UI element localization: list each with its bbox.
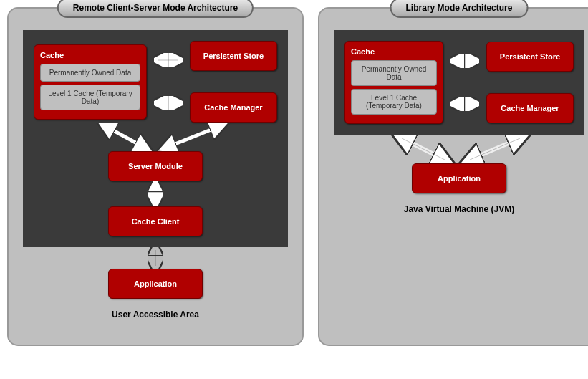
- remote-architecture-panel: Remote Client-Server Mode Architecture C…: [7, 7, 304, 346]
- double-arrow-icon: [450, 97, 479, 111]
- svg-line-13: [470, 138, 520, 160]
- converging-arrows-icon: [34, 123, 277, 151]
- panel-title: Remote Client-Server Mode Architecture: [57, 0, 254, 18]
- cache-sub-permanent: Permanently Owned Data: [351, 60, 437, 86]
- server-area: Cache Permanently Owned Data Level 1 Cac…: [23, 30, 288, 247]
- cache-sub-permanent: Permanently Owned Data: [40, 64, 140, 82]
- persistent-store-box: Persistent Store: [486, 42, 574, 72]
- cache-title: Cache: [40, 51, 140, 59]
- user-area-label: User Accessible Area: [34, 310, 277, 320]
- double-arrow-icon: [450, 54, 479, 68]
- application-box: Application: [412, 163, 506, 193]
- cache-box: Cache Permanently Owned Data Level 1 Cac…: [344, 41, 443, 124]
- dark-area: Cache Permanently Owned Data Level 1 Cac…: [334, 30, 584, 135]
- cache-title: Cache: [351, 47, 437, 56]
- cache-box: Cache Permanently Owned Data Level 1 Cac…: [34, 44, 147, 120]
- persistent-store-box: Persistent Store: [190, 41, 277, 71]
- double-arrow-icon: [154, 96, 183, 110]
- server-module-box: Server Module: [108, 151, 203, 181]
- library-architecture-panel: Library Mode Architecture Cache Permanen…: [318, 7, 588, 346]
- double-arrow-icon: [34, 247, 277, 269]
- application-box: Application: [108, 269, 203, 299]
- panel-title: Library Mode Architecture: [390, 0, 529, 18]
- jvm-area: Application Java Virtual Machine (JVM): [334, 135, 584, 225]
- cache-sub-level1: Level 1 Cache (Temporary Data): [40, 85, 140, 110]
- converging-arrows-icon: [344, 135, 574, 163]
- cache-manager-box: Cache Manager: [486, 93, 574, 123]
- cache-sub-level1: Level 1 Cache (Temporary Data): [351, 89, 437, 115]
- svg-line-11: [402, 138, 445, 160]
- double-arrow-icon: [154, 53, 183, 67]
- cache-manager-box: Cache Manager: [190, 92, 277, 123]
- svg-line-3: [105, 126, 145, 148]
- jvm-label: Java Virtual Machine (JVM): [344, 204, 574, 214]
- cache-client-box: Cache Client: [108, 206, 203, 236]
- svg-line-4: [166, 126, 220, 148]
- user-area: Application User Accessible Area: [23, 247, 288, 330]
- double-arrow-icon: [34, 181, 277, 206]
